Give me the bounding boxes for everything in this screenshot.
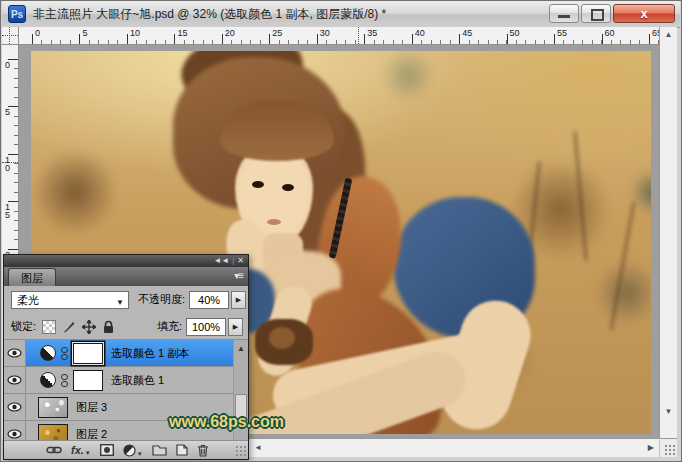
lock-icons-group — [42, 320, 116, 334]
ruler-major-tick — [127, 34, 128, 44]
layer-thumbnail[interactable] — [38, 424, 68, 441]
ruler-major-tick — [222, 34, 223, 44]
ruler-label: 1 5 — [3, 203, 12, 219]
layer-mask-thumbnail[interactable] — [73, 370, 103, 391]
ruler-label: 60 — [605, 28, 615, 38]
new-group-icon[interactable] — [152, 445, 167, 456]
ruler-label: 0 — [3, 61, 12, 69]
panel-tab-bar: 图层 ▾≡ — [4, 267, 248, 286]
photo-eye — [282, 184, 294, 191]
ruler-major-tick — [174, 34, 175, 44]
fill-label: 填充: — [157, 319, 182, 334]
opacity-input[interactable]: 40% — [189, 291, 229, 309]
layer-style-icon[interactable]: fx.▼ — [71, 444, 91, 456]
layer-mask-thumbnail[interactable] — [73, 343, 103, 364]
photo-bangs — [220, 101, 334, 161]
fill-input[interactable]: 100% — [186, 318, 226, 336]
layer-row-selective-color-1-copy[interactable]: 选取颜色 1 副本 — [4, 340, 248, 367]
opacity-label: 不透明度: — [138, 292, 185, 307]
minimize-button[interactable] — [549, 4, 579, 23]
ruler-label: 10 — [130, 28, 140, 38]
watermark-text: www.68ps.com — [169, 413, 284, 431]
ruler-origin-corner[interactable] — [2, 27, 19, 45]
photo-mouth — [267, 219, 281, 225]
layer-thumbnail[interactable] — [38, 397, 68, 418]
eye-icon — [7, 375, 22, 385]
new-layer-icon[interactable] — [176, 444, 188, 456]
panel-bottom-bar: fx.▼ ▼ — [4, 440, 248, 459]
mask-link-icon[interactable] — [61, 374, 68, 387]
ruler-major-tick — [364, 34, 365, 44]
ruler-label: 65 — [652, 28, 659, 38]
scroll-down-icon[interactable]: ▼ — [660, 407, 677, 416]
eye-icon — [7, 402, 22, 412]
lock-row: 锁定: — [4, 313, 248, 340]
scroll-up-icon[interactable]: ▲ — [660, 30, 677, 39]
layer-name[interactable]: 图层 3 — [76, 400, 107, 415]
visibility-toggle[interactable] — [4, 421, 26, 440]
photo-eye — [252, 181, 264, 188]
blend-mode-row: 柔光 ▼ 不透明度: 40% ▶ — [4, 286, 248, 313]
visibility-toggle[interactable] — [4, 340, 26, 366]
vertical-scrollbar[interactable]: ▲ ▼ — [659, 27, 677, 438]
panel-close-icon[interactable]: ✕ — [237, 256, 244, 265]
lock-pixels-brush-icon[interactable] — [62, 320, 76, 334]
title-bar[interactable]: Ps 非主流照片 大眼仔~旭.psd @ 32% (选取颜色 1 副本, 图层蒙… — [2, 1, 680, 28]
delete-layer-trash-icon[interactable] — [197, 444, 209, 457]
add-layer-mask-icon[interactable] — [100, 444, 114, 456]
visibility-toggle[interactable] — [4, 394, 26, 420]
ruler-major-tick — [32, 34, 33, 44]
chevron-down-icon: ▼ — [116, 295, 124, 311]
eye-icon — [7, 348, 22, 358]
minibar-separator: | — [232, 256, 234, 265]
ruler-label: 40 — [415, 28, 425, 38]
origin-guide-horizontal — [2, 35, 18, 36]
horizontal-scrollbar[interactable]: ◄ ▶ — [249, 438, 659, 457]
maximize-button[interactable] — [581, 4, 611, 23]
ruler-major-tick — [79, 34, 80, 44]
adjustment-layer-icon — [40, 372, 56, 388]
top-ruler[interactable]: 05101520253035404550556065 — [19, 27, 659, 45]
chevron-down-icon: ▼ — [137, 451, 143, 457]
close-button[interactable]: x — [613, 4, 675, 23]
panel-mini-titlebar: ◄◄|✕ — [4, 255, 248, 267]
ruler-label: 5 — [82, 28, 87, 38]
maximize-icon — [591, 9, 604, 21]
scroll-left-icon[interactable]: ◄ — [254, 443, 262, 452]
ruler-label: 45 — [462, 28, 472, 38]
lock-all-padlock-icon[interactable] — [102, 320, 116, 334]
ruler-label: 5 — [3, 108, 12, 116]
ruler-label: 25 — [272, 28, 282, 38]
tab-layers[interactable]: 图层 — [8, 268, 56, 286]
layer-name[interactable]: 选取颜色 1 副本 — [111, 346, 189, 361]
ruler-label: 1 0 — [3, 156, 12, 172]
layer-name[interactable]: 图层 2 — [76, 427, 107, 441]
window-resize-grip[interactable] — [659, 438, 677, 457]
ruler-label: 0 — [35, 28, 40, 38]
visibility-toggle[interactable] — [4, 367, 26, 393]
fill-slider-button[interactable]: ▶ — [228, 318, 243, 336]
mask-link-icon[interactable] — [61, 347, 68, 360]
lock-position-move-icon[interactable] — [82, 320, 96, 334]
ruler-label: 55 — [557, 28, 567, 38]
opacity-slider-button[interactable]: ▶ — [231, 291, 246, 309]
scroll-up-icon[interactable]: ▲ — [234, 344, 248, 353]
panel-collapse-icon[interactable]: ◄◄ — [213, 256, 229, 265]
link-layers-icon[interactable] — [46, 446, 62, 454]
layer-name[interactable]: 选取颜色 1 — [111, 373, 164, 388]
blend-mode-select[interactable]: 柔光 ▼ — [11, 291, 129, 309]
blend-mode-value: 柔光 — [17, 294, 39, 306]
layer-row-selective-color-1[interactable]: 选取颜色 1 — [4, 367, 248, 394]
new-adjustment-layer-icon[interactable]: ▼ — [123, 444, 143, 457]
ruler-label: 50 — [510, 28, 520, 38]
panel-resize-grip[interactable] — [235, 445, 246, 456]
lock-transparency-icon[interactable] — [42, 320, 56, 334]
ruler-label: 20 — [225, 28, 235, 38]
scroll-right-icon[interactable]: ▶ — [648, 443, 654, 452]
ruler-label: 30 — [320, 28, 330, 38]
ruler-label: 35 — [367, 28, 377, 38]
ruler-major-tick — [269, 34, 270, 44]
panel-menu-icon[interactable]: ▾≡ — [234, 270, 243, 281]
photo-bracelet — [269, 327, 295, 349]
ruler-major-tick — [317, 34, 318, 44]
